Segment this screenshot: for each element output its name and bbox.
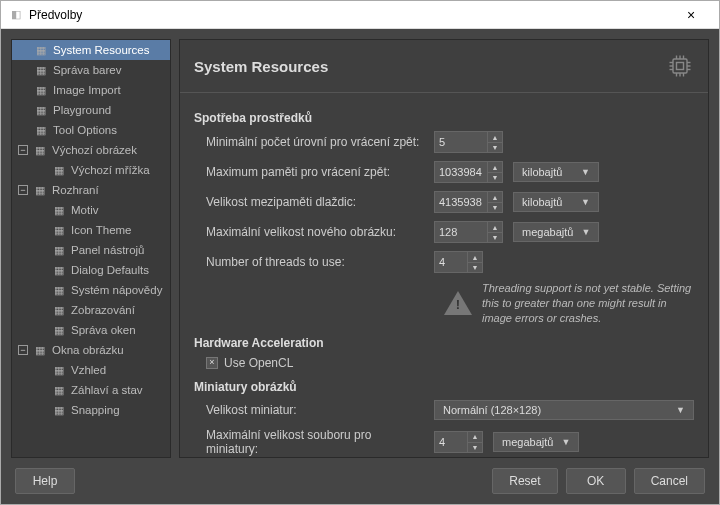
sidebar: ▦System Resources▦Správa barev▦Image Imp… — [11, 39, 171, 458]
max-new-image-spinner[interactable]: ▲▼ — [434, 221, 503, 243]
label-max-new-image: Maximální velikost nového obrázku: — [194, 225, 424, 239]
sidebar-item[interactable]: ▦Záhlaví a stav — [12, 380, 170, 400]
section-title-hwaccel: Hardware Acceleration — [194, 336, 694, 350]
sidebar-item-icon: ▦ — [52, 303, 66, 317]
sidebar-item-icon: ▦ — [34, 83, 48, 97]
sidebar-item-icon: ▦ — [52, 383, 66, 397]
sidebar-item[interactable]: ▦Systém nápovědy — [12, 280, 170, 300]
threads-spinner[interactable]: ▲▼ — [434, 251, 483, 273]
tree-expander-icon[interactable]: − — [18, 345, 28, 355]
cancel-button[interactable]: Cancel — [634, 468, 705, 494]
chevron-down-icon: ▼ — [581, 227, 590, 237]
spin-up-icon[interactable]: ▲ — [488, 222, 502, 232]
sidebar-item-label: Zobrazování — [71, 304, 135, 316]
sidebar-item-icon: ▦ — [52, 283, 66, 297]
sidebar-item[interactable]: −▦Rozhraní — [12, 180, 170, 200]
tile-cache-input[interactable] — [434, 191, 488, 213]
label-thumb-max: Maximální velikost souboru pro miniatury… — [194, 428, 424, 456]
sidebar-item-icon: ▦ — [52, 263, 66, 277]
sidebar-item-label: Icon Theme — [71, 224, 132, 236]
undo-memory-unit[interactable]: kilobajtů ▼ — [513, 162, 599, 182]
chevron-down-icon: ▼ — [561, 437, 570, 447]
spin-down-icon[interactable]: ▼ — [488, 202, 502, 212]
unit-label: kilobajtů — [522, 196, 562, 208]
sidebar-item[interactable]: ▦Správa oken — [12, 320, 170, 340]
close-button[interactable]: × — [671, 7, 711, 23]
label-threads: Number of threads to use: — [194, 255, 424, 269]
sidebar-item-icon: ▦ — [52, 163, 66, 177]
spin-down-icon[interactable]: ▼ — [488, 142, 502, 152]
sidebar-item[interactable]: ▦Image Import — [12, 80, 170, 100]
svg-rect-1 — [677, 63, 684, 70]
sidebar-item[interactable]: ▦Zobrazování — [12, 300, 170, 320]
sidebar-item-label: Systém nápovědy — [71, 284, 162, 296]
chevron-down-icon: ▼ — [581, 197, 590, 207]
threads-input[interactable] — [434, 251, 468, 273]
sidebar-item[interactable]: ▦Správa barev — [12, 60, 170, 80]
undo-memory-input[interactable] — [434, 161, 488, 183]
section-title-resources: Spotřeba prostředků — [194, 111, 694, 125]
sidebar-item-icon: ▦ — [52, 243, 66, 257]
window-title: Předvolby — [29, 8, 82, 22]
sidebar-item-icon: ▦ — [33, 183, 47, 197]
max-new-image-unit[interactable]: megabajtů ▼ — [513, 222, 599, 242]
section-title-thumbs: Miniatury obrázků — [194, 380, 694, 394]
undo-levels-spinner[interactable]: ▲▼ — [434, 131, 503, 153]
spin-down-icon[interactable]: ▼ — [468, 442, 482, 452]
thumb-max-spinner[interactable]: ▲▼ — [434, 431, 483, 453]
sidebar-item[interactable]: −▦Výchozí obrázek — [12, 140, 170, 160]
sidebar-item[interactable]: ▦Tool Options — [12, 120, 170, 140]
sidebar-item-label: System Resources — [53, 44, 150, 56]
unit-label: megabajtů — [502, 436, 553, 448]
unit-label: kilobajtů — [522, 166, 562, 178]
sidebar-item-icon: ▦ — [34, 43, 48, 57]
sidebar-item[interactable]: −▦Okna obrázku — [12, 340, 170, 360]
spin-down-icon[interactable]: ▼ — [488, 172, 502, 182]
sidebar-item[interactable]: ▦Motiv — [12, 200, 170, 220]
undo-memory-spinner[interactable]: ▲▼ — [434, 161, 503, 183]
sidebar-item[interactable]: ▦System Resources — [12, 40, 170, 60]
thumb-max-input[interactable] — [434, 431, 468, 453]
app-icon: ◧ — [9, 8, 23, 22]
sidebar-item[interactable]: ▦Vzhled — [12, 360, 170, 380]
reset-button[interactable]: Reset — [492, 468, 557, 494]
sidebar-item[interactable]: ▦Dialog Defaults — [12, 260, 170, 280]
sidebar-item-icon: ▦ — [52, 223, 66, 237]
thumb-max-unit[interactable]: megabajtů ▼ — [493, 432, 579, 452]
spin-up-icon[interactable]: ▲ — [488, 192, 502, 202]
sidebar-item[interactable]: ▦Snapping — [12, 400, 170, 420]
undo-levels-input[interactable] — [434, 131, 488, 153]
max-new-image-input[interactable] — [434, 221, 488, 243]
tile-cache-unit[interactable]: kilobajtů ▼ — [513, 192, 599, 212]
sidebar-item[interactable]: ▦Icon Theme — [12, 220, 170, 240]
sidebar-item-label: Image Import — [53, 84, 121, 96]
thumb-size-select[interactable]: Normální (128×128) ▼ — [434, 400, 694, 420]
sidebar-item-label: Vzhled — [71, 364, 106, 376]
sidebar-item[interactable]: ▦Playground — [12, 100, 170, 120]
page-title: System Resources — [194, 58, 656, 75]
checkbox-icon: × — [206, 357, 218, 369]
spin-up-icon[interactable]: ▲ — [468, 252, 482, 262]
spin-down-icon[interactable]: ▼ — [468, 262, 482, 272]
main-panel: System Resources Spotřeba prostředků Min… — [179, 39, 709, 458]
sidebar-item-label: Snapping — [71, 404, 120, 416]
label-undo-levels: Minimální počet úrovní pro vrácení zpět: — [194, 135, 424, 149]
opencl-checkbox[interactable]: × Use OpenCL — [194, 356, 694, 370]
spin-up-icon[interactable]: ▲ — [488, 132, 502, 142]
sidebar-item[interactable]: ▦Výchozí mřížka — [12, 160, 170, 180]
tile-cache-spinner[interactable]: ▲▼ — [434, 191, 503, 213]
sidebar-item-label: Výchozí obrázek — [52, 144, 137, 156]
sidebar-item-label: Motiv — [71, 204, 98, 216]
footer: Help Reset OK Cancel — [1, 458, 719, 504]
help-button[interactable]: Help — [15, 468, 75, 494]
sidebar-item[interactable]: ▦Panel nástrojů — [12, 240, 170, 260]
spin-up-icon[interactable]: ▲ — [468, 432, 482, 442]
spin-down-icon[interactable]: ▼ — [488, 232, 502, 242]
tree-expander-icon[interactable]: − — [18, 185, 28, 195]
sidebar-item-label: Okna obrázku — [52, 344, 124, 356]
sidebar-item-label: Dialog Defaults — [71, 264, 149, 276]
tree-expander-icon[interactable]: − — [18, 145, 28, 155]
ok-button[interactable]: OK — [566, 468, 626, 494]
unit-label: megabajtů — [522, 226, 573, 238]
spin-up-icon[interactable]: ▲ — [488, 162, 502, 172]
